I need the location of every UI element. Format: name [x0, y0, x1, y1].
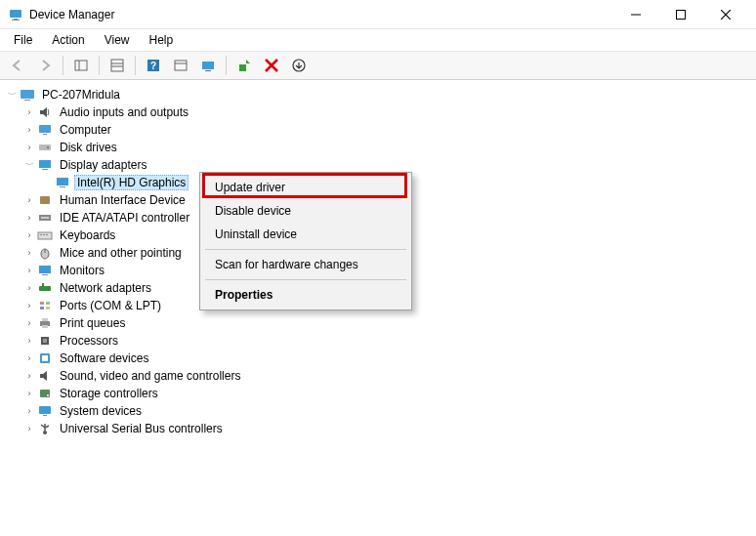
mouse-icon: [37, 245, 53, 261]
context-menu-separator: [205, 249, 406, 250]
svg-rect-51: [42, 325, 48, 328]
svg-rect-25: [43, 134, 47, 135]
expand-icon[interactable]: ›: [23, 405, 35, 417]
context-menu-scan-hardware[interactable]: Scan for hardware changes: [203, 253, 408, 276]
expand-icon[interactable]: ›: [23, 282, 35, 294]
window-title: Device Manager: [29, 8, 613, 21]
tree-item-label: Network adapters: [57, 280, 154, 296]
scan-hardware-button[interactable]: [196, 54, 220, 77]
view-button[interactable]: [169, 54, 192, 77]
svg-rect-17: [205, 70, 211, 71]
svg-rect-31: [60, 186, 65, 187]
tree-item-label: Monitors: [57, 263, 107, 278]
tree-root[interactable]: ﹀ PC-207Mridula: [4, 86, 752, 103]
svg-rect-47: [40, 307, 44, 309]
expand-icon[interactable]: ›: [23, 370, 35, 382]
tree-item-label: Print queues: [57, 315, 128, 331]
collapse-icon[interactable]: ﹀: [6, 89, 18, 101]
tree-item-computer[interactable]: › Computer: [21, 121, 752, 139]
update-driver-button[interactable]: [287, 54, 311, 77]
help-button[interactable]: ?: [142, 54, 165, 77]
tree-item-software[interactable]: › Software devices: [21, 350, 752, 367]
expand-icon[interactable]: ›: [23, 247, 35, 259]
properties-button[interactable]: [105, 54, 129, 77]
tree-item-audio[interactable]: › Audio inputs and outputs: [21, 103, 752, 121]
usb-icon: [37, 421, 53, 436]
window-controls: [613, 0, 748, 29]
tree-item-label: Mice and other pointing: [57, 245, 185, 261]
svg-rect-36: [40, 234, 42, 235]
svg-rect-24: [39, 125, 51, 133]
display-adapter-icon: [55, 175, 70, 190]
expand-icon[interactable]: ›: [23, 423, 35, 434]
tree-item-processors[interactable]: › Processors: [21, 332, 752, 350]
no-expand: [41, 177, 53, 188]
tree-item-storage[interactable]: › Storage controllers: [21, 385, 752, 402]
tree-item-usb[interactable]: › Universal Serial Bus controllers: [21, 420, 752, 437]
display-adapter-icon: [37, 157, 53, 173]
menu-file[interactable]: File: [6, 31, 40, 49]
minimize-button[interactable]: [613, 0, 658, 29]
svg-rect-48: [46, 307, 50, 309]
svg-point-57: [47, 394, 49, 396]
tree-item-label: Sound, video and game controllers: [57, 368, 243, 384]
tree-item-label: System devices: [57, 403, 145, 419]
expand-icon[interactable]: ›: [23, 265, 35, 276]
sound-icon: [37, 368, 53, 384]
processor-icon: [37, 333, 53, 349]
tree-item-disk[interactable]: › Disk drives: [21, 139, 752, 156]
svg-rect-9: [111, 60, 123, 71]
menu-view[interactable]: View: [97, 31, 138, 49]
show-hide-tree-button[interactable]: [69, 54, 93, 77]
uninstall-button[interactable]: [260, 54, 283, 77]
keyboard-icon: [37, 227, 53, 243]
expand-icon[interactable]: ›: [23, 317, 35, 329]
tree-item-label: Display adapters: [57, 157, 149, 173]
expand-icon[interactable]: ›: [23, 352, 35, 364]
storage-icon: [37, 386, 53, 401]
menu-action[interactable]: Action: [44, 31, 92, 49]
expand-icon[interactable]: ›: [23, 300, 35, 311]
expand-icon[interactable]: ›: [23, 388, 35, 399]
toolbar: ?: [0, 51, 756, 80]
enable-device-button[interactable]: [232, 54, 256, 77]
expand-icon[interactable]: ›: [23, 212, 35, 224]
toolbar-separator: [226, 56, 227, 75]
collapse-icon[interactable]: ﹀: [23, 159, 35, 171]
context-menu-update-driver[interactable]: Update driver: [203, 176, 408, 199]
svg-rect-32: [40, 196, 50, 204]
svg-rect-7: [75, 61, 87, 70]
svg-rect-26: [39, 144, 51, 150]
tree-item-system[interactable]: › System devices: [21, 402, 752, 420]
expand-icon[interactable]: ›: [23, 124, 35, 136]
svg-rect-53: [43, 339, 47, 343]
svg-rect-58: [39, 406, 51, 414]
svg-rect-1: [14, 19, 18, 20]
svg-point-27: [47, 146, 49, 148]
context-menu-uninstall-device[interactable]: Uninstall device: [203, 223, 408, 246]
expand-icon[interactable]: ›: [23, 194, 35, 206]
expand-icon[interactable]: ›: [23, 106, 35, 118]
tree-item-sound[interactable]: › Sound, video and game controllers: [21, 367, 752, 385]
svg-rect-50: [42, 318, 48, 321]
close-button[interactable]: [703, 0, 748, 29]
toolbar-separator: [135, 56, 136, 75]
expand-icon[interactable]: ›: [23, 335, 35, 347]
expand-icon[interactable]: ›: [23, 229, 35, 241]
menu-help[interactable]: Help: [142, 31, 182, 49]
svg-rect-35: [38, 232, 52, 239]
tree-item-label: Universal Serial Bus controllers: [57, 421, 226, 436]
context-menu-disable-device[interactable]: Disable device: [203, 199, 408, 223]
expand-icon[interactable]: ›: [23, 142, 35, 153]
tree-item-label: Audio inputs and outputs: [57, 104, 191, 120]
disk-icon: [37, 140, 53, 155]
tree-item-print[interactable]: › Print queues: [21, 314, 752, 332]
svg-rect-42: [42, 274, 48, 275]
tree-item-label: Software devices: [57, 350, 151, 366]
maximize-button[interactable]: [658, 0, 703, 29]
context-menu-properties[interactable]: Properties: [203, 283, 408, 307]
forward-button[interactable]: [33, 54, 57, 77]
back-button[interactable]: [6, 54, 29, 77]
svg-rect-37: [43, 234, 45, 235]
svg-rect-55: [42, 355, 48, 361]
